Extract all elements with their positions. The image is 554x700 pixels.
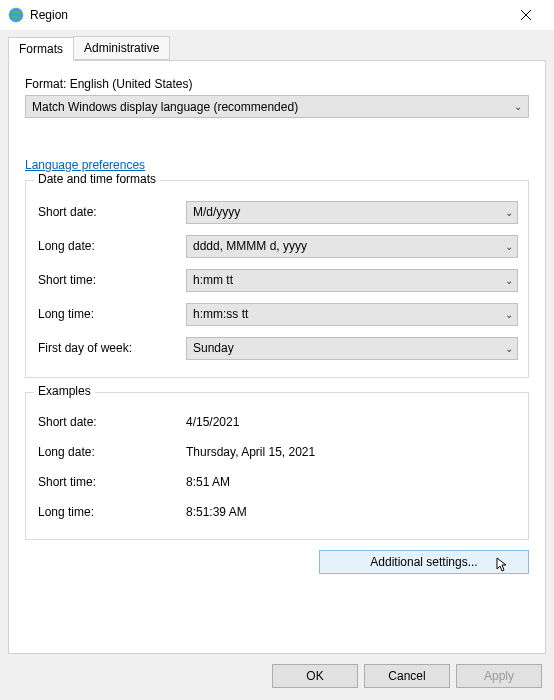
long-date-select[interactable]: dddd, MMMM d, yyyy ⌄ xyxy=(186,235,518,258)
content-area: Formats Administrative Format: English (… xyxy=(0,30,554,654)
additional-settings-row: Additional settings... xyxy=(25,550,529,574)
example-short-time-label: Short time: xyxy=(36,475,186,489)
short-date-value: M/d/yyyy xyxy=(193,205,240,219)
tab-panel-formats: Format: English (United States) Match Wi… xyxy=(8,60,546,654)
short-time-label: Short time: xyxy=(36,273,186,287)
cursor-icon xyxy=(496,557,512,573)
format-dropdown[interactable]: Match Windows display language (recommen… xyxy=(25,95,529,118)
date-time-formats-group: Date and time formats Short date: M/d/yy… xyxy=(25,180,529,378)
globe-icon xyxy=(8,7,24,23)
example-long-date-label: Long date: xyxy=(36,445,186,459)
examples-legend: Examples xyxy=(38,384,91,398)
short-time-select[interactable]: h:mm tt ⌄ xyxy=(186,269,518,292)
long-time-label: Long time: xyxy=(36,307,186,321)
first-day-select[interactable]: Sunday ⌄ xyxy=(186,337,518,360)
ok-button[interactable]: OK xyxy=(272,664,358,688)
cancel-button[interactable]: Cancel xyxy=(364,664,450,688)
long-date-value: dddd, MMMM d, yyyy xyxy=(193,239,307,253)
chevron-down-icon: ⌄ xyxy=(505,207,513,218)
close-button[interactable] xyxy=(506,1,546,29)
example-short-date: Short date: 4/15/2021 xyxy=(36,409,518,435)
short-date-select[interactable]: M/d/yyyy ⌄ xyxy=(186,201,518,224)
example-short-time-value: 8:51 AM xyxy=(186,475,518,489)
example-long-time-label: Long time: xyxy=(36,505,186,519)
first-day-label: First day of week: xyxy=(36,341,186,355)
chevron-down-icon: ⌄ xyxy=(505,309,513,320)
chevron-down-icon: ⌄ xyxy=(505,241,513,252)
chevron-down-icon: ⌄ xyxy=(514,101,522,112)
long-date-label: Long date: xyxy=(36,239,186,253)
row-first-day: First day of week: Sunday ⌄ xyxy=(36,333,518,363)
example-short-date-label: Short date: xyxy=(36,415,186,429)
row-short-time: Short time: h:mm tt ⌄ xyxy=(36,265,518,295)
row-long-time: Long time: h:mm:ss tt ⌄ xyxy=(36,299,518,329)
short-time-value: h:mm tt xyxy=(193,273,233,287)
language-preferences-link[interactable]: Language preferences xyxy=(25,158,529,172)
example-short-date-value: 4/15/2021 xyxy=(186,415,518,429)
close-icon xyxy=(521,10,531,20)
example-long-date-value: Thursday, April 15, 2021 xyxy=(186,445,518,459)
apply-button[interactable]: Apply xyxy=(456,664,542,688)
example-long-time: Long time: 8:51:39 AM xyxy=(36,499,518,525)
first-day-value: Sunday xyxy=(193,341,234,355)
row-long-date: Long date: dddd, MMMM d, yyyy ⌄ xyxy=(36,231,518,261)
example-long-date: Long date: Thursday, April 15, 2021 xyxy=(36,439,518,465)
format-dropdown-value: Match Windows display language (recommen… xyxy=(32,100,298,114)
long-time-value: h:mm:ss tt xyxy=(193,307,248,321)
dialog-button-bar: OK Cancel Apply xyxy=(0,654,554,700)
titlebar: Region xyxy=(0,0,554,30)
format-label: Format: English (United States) xyxy=(25,77,529,91)
window-title: Region xyxy=(30,8,506,22)
tab-administrative[interactable]: Administrative xyxy=(73,36,170,60)
long-time-select[interactable]: h:mm:ss tt ⌄ xyxy=(186,303,518,326)
row-short-date: Short date: M/d/yyyy ⌄ xyxy=(36,197,518,227)
chevron-down-icon: ⌄ xyxy=(505,275,513,286)
additional-settings-button[interactable]: Additional settings... xyxy=(319,550,529,574)
tab-formats[interactable]: Formats xyxy=(8,37,74,61)
example-short-time: Short time: 8:51 AM xyxy=(36,469,518,495)
chevron-down-icon: ⌄ xyxy=(505,343,513,354)
region-dialog: Region Formats Administrative Format: En… xyxy=(0,0,554,700)
examples-group: Examples Short date: 4/15/2021 Long date… xyxy=(25,392,529,540)
tab-strip: Formats Administrative xyxy=(8,36,546,60)
short-date-label: Short date: xyxy=(36,205,186,219)
date-time-formats-legend: Date and time formats xyxy=(38,172,156,186)
example-long-time-value: 8:51:39 AM xyxy=(186,505,518,519)
